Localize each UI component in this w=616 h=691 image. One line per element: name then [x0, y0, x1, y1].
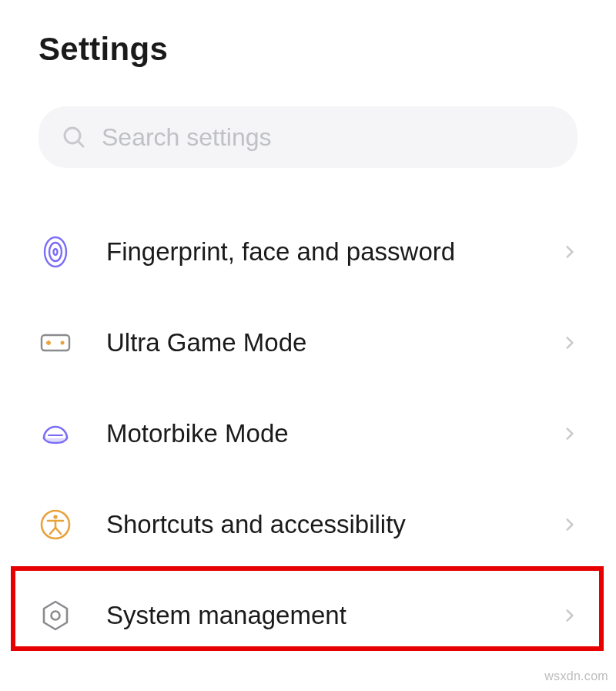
chevron-right-icon	[562, 335, 578, 351]
svg-point-10	[53, 515, 57, 518]
svg-point-2	[45, 237, 66, 267]
search-field[interactable]	[38, 106, 578, 168]
watermark: wsxdn.com	[544, 669, 608, 683]
svg-marker-15	[44, 602, 67, 629]
fingerprint-icon	[38, 235, 72, 269]
settings-item-label: Motorbike Mode	[106, 419, 562, 448]
chevron-right-icon	[562, 608, 578, 623]
settings-hex-icon	[38, 599, 72, 632]
svg-line-1	[79, 142, 83, 146]
svg-point-4	[54, 249, 58, 255]
page-title: Settings	[38, 31, 578, 68]
search-icon	[62, 125, 86, 149]
svg-line-13	[50, 528, 55, 534]
chevron-right-icon	[562, 517, 578, 532]
settings-item-system-management[interactable]: System management	[38, 570, 578, 661]
svg-line-14	[55, 528, 61, 534]
settings-item-label: Fingerprint, face and password	[106, 237, 562, 267]
chevron-right-icon	[562, 426, 578, 441]
settings-item-shortcuts[interactable]: Shortcuts and accessibility	[38, 479, 578, 570]
svg-point-8	[61, 341, 65, 345]
svg-point-16	[52, 612, 60, 620]
settings-item-label: System management	[106, 601, 562, 630]
settings-item-label: Ultra Game Mode	[106, 328, 562, 357]
svg-rect-5	[42, 335, 69, 351]
settings-item-label: Shortcuts and accessibility	[106, 510, 562, 539]
svg-point-3	[49, 243, 62, 261]
accessibility-icon	[38, 508, 72, 542]
settings-item-motorbike[interactable]: Motorbike Mode	[38, 388, 578, 479]
chevron-right-icon	[562, 244, 578, 260]
gamepad-icon	[38, 326, 72, 360]
helmet-icon	[38, 417, 72, 451]
settings-item-fingerprint[interactable]: Fingerprint, face and password	[38, 206, 578, 297]
settings-item-ultra-game[interactable]: Ultra Game Mode	[38, 297, 578, 388]
search-input[interactable]	[102, 123, 554, 152]
